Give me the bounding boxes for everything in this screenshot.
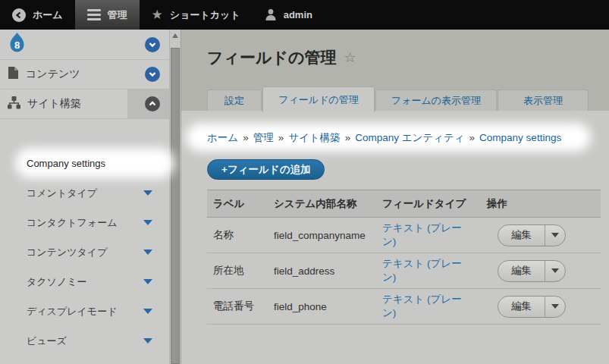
table-row: 所在地 field_address テキスト (プレーン) 編集 [207, 253, 601, 289]
column-header-machine-name: システム内部名称 [268, 190, 376, 218]
breadcrumb-separator: » [278, 132, 284, 143]
triangle-down-icon[interactable] [143, 249, 152, 255]
admin-toolbar: ホーム 管理 ★ ショートカット admin [0, 0, 609, 30]
dropdown-toggle[interactable] [545, 225, 565, 246]
sidebar-item-block-layout[interactable]: ブロックレイアウト [0, 356, 169, 364]
table-header-row: ラベル システム内部名称 フィールドタイプ 操作 [207, 190, 601, 218]
column-header-field-type: フィールドタイプ [376, 190, 481, 218]
star-icon: ★ [152, 8, 163, 21]
triangle-down-icon[interactable] [143, 309, 152, 314]
chevron-up-icon[interactable] [145, 96, 160, 111]
dropdown-toggle[interactable] [545, 297, 565, 317]
edit-dropbutton[interactable]: 編集 [498, 296, 566, 318]
edit-button[interactable]: 編集 [498, 261, 545, 281]
field-type-link[interactable]: テキスト (プレーン) [382, 258, 462, 283]
fields-table: ラベル システム内部名称 フィールドタイプ 操作 名称 field_compan… [207, 190, 601, 325]
edit-dropbutton[interactable]: 編集 [498, 260, 566, 282]
table-row: 電話番号 field_phone テキスト (プレーン) 編集 [207, 289, 601, 325]
breadcrumb-separator: » [243, 132, 249, 143]
breadcrumb-separator: » [469, 132, 476, 143]
user-icon [265, 8, 277, 21]
tab-manage-fields[interactable]: フィールドの管理 [262, 86, 375, 112]
sidebar-item-label: コンテンツ [26, 67, 80, 81]
toolbar-item-shortcuts[interactable]: ★ ショートカット [140, 0, 253, 30]
edit-button[interactable]: 編集 [498, 297, 545, 317]
field-label: 名称 [207, 218, 268, 253]
field-type-link[interactable]: テキスト (プレーン) [382, 293, 462, 318]
breadcrumb-link-company-entity[interactable]: Company エンティティ [355, 132, 464, 143]
sidebar-item-taxonomy[interactable]: タクソノミー [0, 267, 169, 297]
toolbar-item-label: admin [284, 9, 312, 20]
breadcrumb-separator: » [345, 132, 351, 143]
sidebar-item-display-modes[interactable]: ディスプレイモード [0, 297, 169, 326]
scrollbar-thumb[interactable] [171, 48, 180, 364]
sidebar-item-content-types[interactable]: コンテンツタイプ [0, 237, 169, 267]
content-area: ホーム»管理»サイト構築»Company エンティティ»Company sett… [181, 111, 609, 364]
table-row: 名称 field_companyname テキスト (プレーン) 編集 [207, 218, 601, 253]
back-icon [12, 8, 26, 22]
tab-manage-form-display[interactable]: フォームの表示管理 [375, 89, 497, 111]
column-header-operations: 操作 [481, 190, 601, 218]
tab-manage-display[interactable]: 表示管理 [498, 89, 589, 111]
triangle-down-icon[interactable] [143, 190, 152, 196]
admin-sidebar: 8 コンテンツ [0, 30, 181, 364]
field-machine-name: field_companyname [268, 218, 376, 253]
tab-settings[interactable]: 設定 [207, 89, 262, 111]
triangle-down-icon[interactable] [143, 279, 152, 284]
sidebar-sublist-site-structure: Company settings コメントタイプ コンタクトフォーム コンテンツ… [0, 149, 169, 364]
caret-down-icon [551, 304, 559, 309]
field-type-link[interactable]: テキスト (プレーン) [382, 222, 462, 247]
edit-dropbutton[interactable]: 編集 [498, 224, 566, 246]
toolbar-item-label: 管理 [108, 8, 127, 22]
sidebar-scrollbar[interactable] [169, 30, 181, 364]
sidebar-item-drupal-home[interactable]: 8 [0, 30, 169, 60]
sidebar-item-contact-forms[interactable]: コンタクトフォーム [0, 208, 169, 237]
sidebar-item-label: サイト構築 [27, 97, 81, 111]
primary-tabs: 設定 フィールドの管理 フォームの表示管理 表示管理 [207, 86, 589, 111]
field-machine-name: field_address [268, 253, 376, 289]
sidebar-item-content[interactable]: コンテンツ [0, 60, 169, 89]
chevron-down-icon[interactable] [145, 67, 160, 82]
add-field-button[interactable]: +フィールドの追加 [207, 159, 325, 180]
toolbar-item-label: ホーム [33, 8, 63, 22]
sidebar-item-comment-types[interactable]: コメントタイプ [0, 178, 169, 208]
drupal-admin-page: ホーム 管理 ★ ショートカット admin 8 [0, 0, 609, 364]
field-machine-name: field_phone [268, 289, 376, 325]
breadcrumb-link-structure[interactable]: サイト構築 [288, 132, 340, 143]
triangle-down-icon[interactable] [143, 220, 152, 225]
breadcrumb-link-company-settings[interactable]: Company settings [479, 132, 561, 143]
toolbar-item-admin-user[interactable]: admin [253, 0, 325, 30]
svg-text:8: 8 [14, 39, 20, 51]
chevron-down-icon[interactable] [145, 37, 160, 52]
favorite-star-icon[interactable]: ☆ [344, 49, 356, 66]
caret-down-icon [551, 233, 559, 237]
column-header-label: ラベル [207, 190, 268, 218]
toolbar-item-home[interactable]: ホーム [0, 0, 75, 30]
triangle-down-icon[interactable] [143, 338, 152, 344]
main-content: フィールドの管理 ☆ 設定 フィールドの管理 フォームの表示管理 表示管理 ホー… [181, 30, 609, 364]
breadcrumb-link-home[interactable]: ホーム [207, 132, 238, 143]
caret-down-icon [551, 268, 559, 273]
toolbar-item-manage[interactable]: 管理 [75, 0, 140, 30]
drupal-logo-icon: 8 [8, 32, 27, 57]
sidebar-item-site-structure[interactable]: サイト構築 [0, 89, 169, 119]
menu-icon [87, 9, 101, 20]
dropdown-toggle[interactable] [545, 261, 565, 281]
field-label: 電話番号 [207, 289, 268, 325]
toolbar-item-label: ショートカット [170, 8, 240, 22]
page-title: フィールドの管理 [207, 47, 336, 68]
page-header: フィールドの管理 ☆ 設定 フィールドの管理 フォームの表示管理 表示管理 [181, 30, 609, 111]
breadcrumb: ホーム»管理»サイト構築»Company エンティティ»Company sett… [207, 131, 561, 145]
edit-button[interactable]: 編集 [498, 225, 545, 246]
site-structure-icon [8, 96, 20, 112]
document-icon [8, 66, 19, 83]
field-label: 所在地 [207, 253, 268, 289]
sidebar-item-views[interactable]: ビューズ [0, 326, 169, 356]
breadcrumb-link-manage[interactable]: 管理 [253, 132, 274, 143]
scroll-up-icon[interactable] [172, 33, 178, 38]
